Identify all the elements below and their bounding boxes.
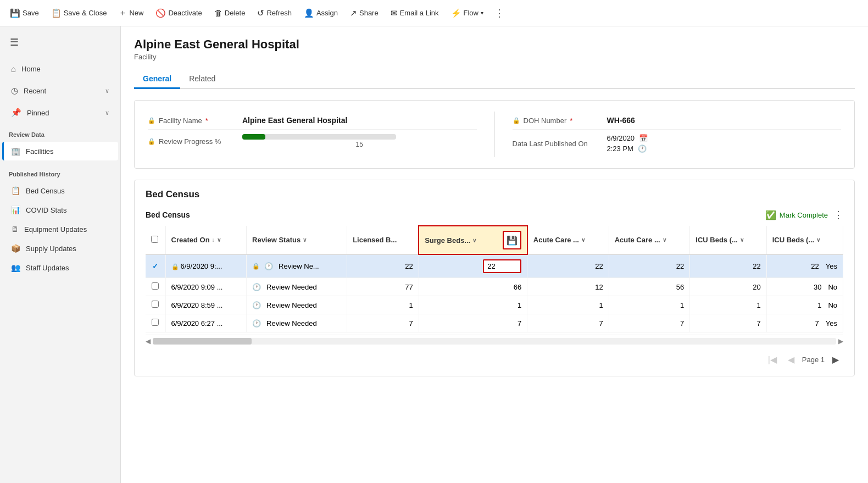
- review-status-text: Review Needed: [266, 319, 317, 327]
- cell-acute-care-1: 7: [527, 314, 609, 332]
- status-cell: 🕐Review Needed: [252, 301, 341, 309]
- save-column-button[interactable]: 💾: [503, 231, 521, 249]
- pinned-icon: 📌: [11, 108, 21, 118]
- cell-licensed-beds: 1: [347, 296, 419, 314]
- content-area: Alpine East General Hospital Facility Ge…: [121, 26, 868, 483]
- cell-surge-beds: 66: [419, 278, 527, 296]
- review-data-section: Review Data 🏢 Facilities: [0, 124, 120, 161]
- status-clock-icon: 🕐: [264, 262, 273, 270]
- refresh-button[interactable]: ↺ Refresh: [252, 5, 297, 21]
- table-row[interactable]: 6/9/2020 9:09 ...🕐Review Needed776612562…: [146, 278, 843, 296]
- sidebar-item-supply-updates[interactable]: 📦 Supply Updates: [2, 239, 118, 258]
- cell-surge-beds[interactable]: [419, 254, 527, 278]
- select-all-checkbox[interactable]: [151, 236, 158, 243]
- table-row[interactable]: 6/9/2020 8:59 ...🕐Review Needed111111No: [146, 296, 843, 314]
- cell-created-on: 6/9/2020 9:09 ...: [165, 278, 247, 296]
- table-toolbar: Bed Census ✅ Mark Complete ⋮: [146, 209, 843, 221]
- cell-icu-beds-2: 22Yes: [766, 254, 843, 278]
- sidebar-item-recent[interactable]: ◷ Recent ∨: [2, 80, 118, 101]
- col-surge-beds[interactable]: Surge Beds... ∨ 💾: [419, 226, 527, 254]
- review-data-title: Review Data: [0, 124, 120, 141]
- cell-icu-beds-1: 20: [690, 278, 766, 296]
- review-status-text: Review Needed: [266, 283, 317, 291]
- row-checkbox[interactable]: [152, 319, 159, 326]
- hamburger-menu-button[interactable]: ☰: [2, 31, 118, 54]
- acute1-sort-icon[interactable]: ∨: [581, 237, 585, 243]
- col-review-status[interactable]: Review Status ∨: [247, 226, 347, 254]
- scroll-left-arrow[interactable]: ◀: [146, 337, 151, 345]
- scroll-thumb: [153, 338, 252, 345]
- scroll-right-arrow[interactable]: ▶: [838, 337, 843, 345]
- cell-acute-care-2: 22: [609, 254, 690, 278]
- page-prev-button[interactable]: ◀: [783, 352, 799, 367]
- flow-button[interactable]: ⚡ Flow ▾: [446, 5, 489, 21]
- sidebar-item-bed-census[interactable]: 📋 Bed Census: [2, 181, 118, 200]
- bed-census-table: Created On ↓ ∨ Review Status ∨: [146, 225, 843, 332]
- row-checkbox-cell: [146, 278, 165, 296]
- created-on-value: 6/9/2020 6:27 ...: [171, 319, 223, 327]
- table-outer: Created On ↓ ∨ Review Status ∨: [146, 225, 843, 332]
- delete-button[interactable]: 🗑 Delete: [209, 5, 251, 21]
- row-checkbox[interactable]: [152, 301, 159, 308]
- email-link-button[interactable]: ✉ Email a Link: [385, 5, 444, 21]
- col-acute-care-1[interactable]: Acute Care ... ∨: [527, 226, 609, 254]
- sidebar-item-home[interactable]: ⌂ Home: [2, 59, 118, 79]
- deactivate-button[interactable]: 🚫 Deactivate: [150, 5, 207, 21]
- recent-chevron-icon: ∨: [105, 87, 109, 95]
- cell-acute-care-2: 7: [609, 314, 690, 332]
- status-cell: 🕐Review Needed: [252, 319, 341, 327]
- cell-icu-beds-1: 7: [690, 314, 766, 332]
- icu2-sort-icon[interactable]: ∨: [816, 237, 820, 243]
- surge-beds-input[interactable]: [483, 259, 521, 273]
- cell-review-status: 🕐Review Needed: [247, 278, 347, 296]
- doh-lock-icon: 🔒: [513, 117, 520, 124]
- sort-toggle-icon[interactable]: ∨: [217, 237, 221, 243]
- tabs: General Related: [134, 70, 855, 89]
- mark-complete-button[interactable]: ✅ Mark Complete: [765, 210, 828, 220]
- sidebar-item-staff-updates[interactable]: 👥 Staff Updates: [2, 258, 118, 277]
- col-licensed-beds[interactable]: Licensed B...: [347, 226, 419, 254]
- row-checkbox[interactable]: [152, 282, 159, 290]
- tab-related[interactable]: Related: [180, 70, 224, 89]
- col-acute-care-2[interactable]: Acute Care ... ∨: [609, 226, 690, 254]
- new-button[interactable]: ＋ New: [113, 4, 149, 21]
- save-close-button[interactable]: 📋 Save & Close: [46, 5, 113, 21]
- surge-sort-icon[interactable]: ∨: [472, 237, 476, 243]
- col-created-on[interactable]: Created On ↓ ∨: [165, 226, 247, 254]
- sidebar-item-pinned[interactable]: 📌 Pinned ∨: [2, 102, 118, 123]
- assign-button[interactable]: 👤 Assign: [298, 5, 343, 21]
- cell-licensed-beds: 77: [347, 278, 419, 296]
- save-button[interactable]: 💾 Save: [4, 5, 44, 21]
- sidebar-item-covid-stats[interactable]: 📊 COVID Stats: [2, 201, 118, 219]
- col-icu-beds-2[interactable]: ICU Beds (... ∨: [766, 226, 843, 254]
- scroll-track[interactable]: [153, 338, 836, 345]
- select-all-checkbox-col[interactable]: [146, 226, 165, 254]
- review-sort-icon[interactable]: ∨: [303, 237, 307, 243]
- table-more-button[interactable]: ⋮: [833, 209, 843, 221]
- icu1-sort-icon[interactable]: ∨: [740, 237, 744, 243]
- cell-icu-beds-2: 7Yes: [766, 314, 843, 332]
- table-row[interactable]: ✓🔒6/9/2020 9:...🔒🕐Review Ne...2222222222…: [146, 254, 843, 278]
- supply-icon: 📦: [11, 244, 20, 253]
- progress-value: 15: [242, 141, 477, 148]
- sidebar-item-facilities[interactable]: 🏢 Facilities: [2, 142, 118, 160]
- tab-general[interactable]: General: [134, 70, 180, 89]
- acute2-sort-icon[interactable]: ∨: [663, 237, 666, 243]
- cell-licensed-beds: 22: [347, 254, 419, 278]
- icu-beds-1-value: 22: [753, 262, 760, 270]
- col-icu-beds-1[interactable]: ICU Beds (... ∨: [690, 226, 766, 254]
- page-label: Page 1: [802, 356, 825, 364]
- table-row[interactable]: 6/9/2020 6:27 ...🕐Review Needed777777Yes: [146, 314, 843, 332]
- toolbar-more-button[interactable]: ⋮: [490, 5, 509, 21]
- calendar-icon[interactable]: 📅: [639, 134, 648, 142]
- acute-care-2-value: 22: [676, 262, 684, 270]
- icu-beds-2-value: 22: [811, 262, 819, 270]
- share-button[interactable]: ↗ Share: [344, 5, 384, 21]
- created-on-value: 6/9/2020 8:59 ...: [171, 301, 223, 309]
- page-next-button[interactable]: ▶: [828, 352, 843, 367]
- sidebar-item-equipment-updates[interactable]: 🖥 Equipment Updates: [2, 220, 118, 238]
- sort-down-icon: ↓: [212, 237, 215, 243]
- page-first-button[interactable]: |◀: [765, 352, 780, 367]
- cell-created-on: 6/9/2020 6:27 ...: [165, 314, 247, 332]
- cell-acute-care-1: 12: [527, 278, 609, 296]
